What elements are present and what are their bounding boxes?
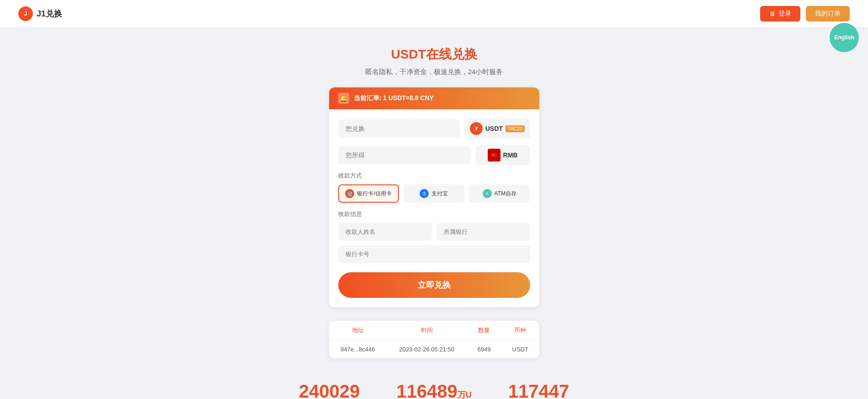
trc20-tag: TRC20 xyxy=(506,125,525,132)
stat-volume: 116489万U 交易金额 xyxy=(396,381,471,399)
logo-icon: J xyxy=(18,6,33,21)
monitor-icon: 🖥 xyxy=(769,10,776,17)
page-title: USDT在线兑换 xyxy=(169,46,699,63)
payment-label: 收款方式 xyxy=(338,172,530,180)
table-row: 947e...8c4462023-02-26 05:21:506949USDT xyxy=(329,340,539,359)
atm-button[interactable]: A ATM自存 xyxy=(469,184,530,203)
rmb-flag-icon: 🇨🇳 xyxy=(488,149,501,162)
rmb-label: RMB xyxy=(503,151,518,159)
usdt-label: USDT xyxy=(485,125,503,132)
my-orders-button[interactable]: 我的订单 xyxy=(806,6,850,22)
alipay-icon: 支 xyxy=(420,189,429,198)
page-subtitle: 匿名隐私，干净资金，极速兑换，24小时服务 xyxy=(169,68,699,76)
col-amount: 数量 xyxy=(467,321,501,340)
usdt-currency-badge: ₮ USDT TRC20 xyxy=(464,119,530,139)
submit-button[interactable]: 立即兑换 xyxy=(338,272,530,298)
logo: J J1兑换 xyxy=(18,6,62,21)
stat-users: 117447 交易人数 xyxy=(508,381,569,399)
get-input-row: 🇨🇳 RMB xyxy=(338,145,530,165)
exchange-card: 🔔 当前汇率: 1 USDT=8.8 CNY ₮ USDT TRC20 🇨🇳 R… xyxy=(329,87,539,307)
alipay-button[interactable]: 支 支付宝 xyxy=(404,184,464,203)
stat-volume-number: 116489万U xyxy=(396,381,471,399)
col-time: 时间 xyxy=(387,321,467,340)
header: J J1兑换 🖥 登录 我的订单 xyxy=(0,0,868,27)
bank-name-input[interactable] xyxy=(437,223,530,241)
language-toggle[interactable]: English xyxy=(830,23,859,52)
logo-text: J1兑换 xyxy=(37,8,62,19)
stat-transactions: 240029 交易笔数 xyxy=(299,381,360,399)
atm-icon: A xyxy=(483,189,492,198)
login-button[interactable]: 🖥 登录 xyxy=(760,6,800,22)
bank-icon: 🏦 xyxy=(345,189,354,198)
bell-icon: 🔔 xyxy=(338,93,349,104)
rate-text: 当前汇率: 1 USDT=8.8 CNY xyxy=(354,94,434,102)
header-actions: 🖥 登录 我的订单 xyxy=(760,6,850,22)
rmb-currency-badge: 🇨🇳 RMB xyxy=(475,145,530,165)
unit-label: 万U xyxy=(458,390,472,399)
card-number-input[interactable] xyxy=(338,245,530,263)
bank-card-button[interactable]: 🏦 银行卡/信用卡 xyxy=(338,184,399,203)
main-content: USDT在线兑换 匿名隐私，干净资金，极速兑换，24小时服务 🔔 当前汇率: 1… xyxy=(160,27,708,399)
col-address: 地址 xyxy=(329,321,387,340)
stat-users-number: 117447 xyxy=(508,381,569,399)
transaction-table: 地址 时间 数量 币种 947e...8c4462023-02-26 05:21… xyxy=(329,321,539,358)
stat-transactions-number: 240029 xyxy=(299,381,360,399)
exchange-input-row: ₮ USDT TRC20 xyxy=(338,119,530,139)
recipient-name-input[interactable] xyxy=(338,223,432,241)
usdt-icon: ₮ xyxy=(470,122,483,135)
stats-row: 240029 交易笔数 116489万U 交易金额 117447 交易人数 xyxy=(251,372,617,399)
info-row xyxy=(338,223,530,241)
rate-banner: 🔔 当前汇率: 1 USDT=8.8 CNY xyxy=(329,87,539,109)
table-header-row: 地址 时间 数量 币种 xyxy=(329,321,539,340)
transaction-table-container: 地址 时间 数量 币种 947e...8c4462023-02-26 05:21… xyxy=(329,321,539,358)
you-exchange-input[interactable] xyxy=(338,119,460,138)
col-currency: 币种 xyxy=(501,321,539,340)
payment-methods: 🏦 银行卡/信用卡 支 支付宝 A ATM自存 xyxy=(338,184,530,203)
you-get-input[interactable] xyxy=(338,146,471,164)
collection-info-label: 收款信息 xyxy=(338,210,530,218)
card-body: ₮ USDT TRC20 🇨🇳 RMB 收款方式 🏦 银行卡/信用卡 xyxy=(329,109,539,307)
